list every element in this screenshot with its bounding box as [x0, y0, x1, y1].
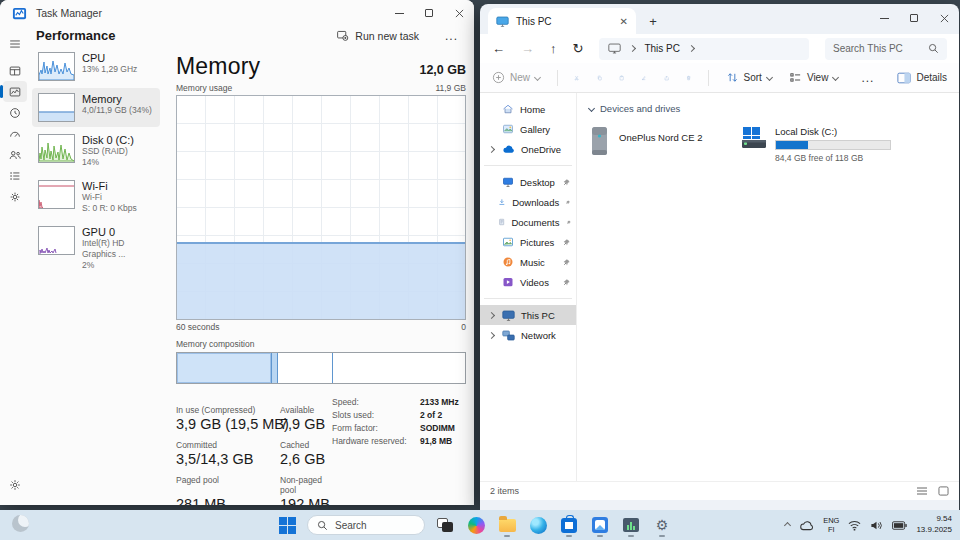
settings-button[interactable]: ⚙ [651, 512, 673, 538]
performance-icon[interactable] [3, 81, 27, 102]
list-item-disk[interactable]: Disk 0 (C:)SSD (RAID)14% [32, 129, 160, 173]
details-pane-button[interactable]: Details [897, 72, 947, 84]
store-button[interactable] [558, 512, 580, 538]
clock[interactable]: 9.54 13.9.2025 [916, 514, 952, 536]
file-explorer-button[interactable] [496, 512, 518, 538]
detail-value: SODIMM [420, 423, 455, 433]
list-item-gpu[interactable]: GPU 0Intel(R) HD Graphics ...2% [32, 221, 160, 276]
explorer-tab-this-pc[interactable]: This PC ✕ [488, 8, 636, 34]
thumbnail-view-icon[interactable] [938, 486, 949, 496]
copilot-button[interactable] [465, 512, 487, 538]
search-input[interactable]: Search This PC [825, 38, 947, 60]
sidebar-item-this-pc[interactable]: This PC [480, 305, 576, 325]
memory-usage-label: Memory usage [176, 83, 232, 93]
delete-icon[interactable] [686, 71, 691, 85]
forward-button[interactable]: → [521, 41, 534, 56]
close-button[interactable] [929, 4, 959, 32]
sidebar-item-gallery[interactable]: Gallery [480, 119, 576, 139]
sidebar-item-documents[interactable]: Documents [480, 212, 576, 232]
breadcrumb[interactable]: This PC [599, 38, 809, 60]
close-button[interactable] [444, 0, 474, 26]
list-item-wifi[interactable]: Wi-FiWi-FiS: 0 R: 0 Kbps [32, 175, 160, 219]
battery-icon[interactable] [892, 521, 907, 530]
memory-usage-graph[interactable] [176, 95, 466, 320]
tray-overflow-icon[interactable] [784, 521, 791, 528]
list-item-cpu[interactable]: CPU13% 1,29 GHz [32, 47, 160, 86]
back-button[interactable]: ← [492, 41, 505, 56]
sidebar-item-downloads[interactable]: Downloads [480, 192, 576, 212]
stat-value: 7,9 GB [280, 416, 330, 432]
edge-button[interactable] [527, 512, 549, 538]
breadcrumb-item[interactable]: This PC [644, 43, 680, 54]
list-item-memory[interactable]: Memory4,0/11,9 GB (34%) [32, 88, 160, 127]
task-manager-titlebar[interactable]: Task Manager [0, 0, 474, 26]
cpu-graph-thumbnail [38, 52, 75, 81]
detail-value: 2 of 2 [420, 410, 442, 420]
sidebar-item-music[interactable]: Music [480, 252, 576, 272]
this-pc-icon [502, 310, 515, 321]
volume-icon[interactable] [870, 520, 883, 531]
sidebar-item-pictures[interactable]: Pictures [480, 232, 576, 252]
more-options-button[interactable]: ... [439, 29, 464, 43]
disk-graph-thumbnail [38, 134, 75, 163]
widgets-button[interactable] [12, 515, 29, 532]
up-button[interactable]: ↑ [550, 41, 557, 56]
new-tab-button[interactable]: + [642, 10, 664, 32]
memory-composition-bar[interactable] [176, 352, 466, 384]
refresh-button[interactable]: ↻ [573, 41, 584, 56]
sidebar-item-desktop[interactable]: Desktop [480, 172, 576, 192]
copy-icon[interactable] [597, 71, 602, 85]
sort-button[interactable]: Sort [726, 71, 772, 84]
app-history-icon[interactable] [3, 102, 27, 123]
processes-icon[interactable] [3, 60, 27, 81]
sidebar-item-home[interactable]: Home [480, 99, 576, 119]
settings-icon[interactable] [3, 474, 27, 495]
new-button[interactable]: New [492, 71, 540, 84]
view-button[interactable]: View [789, 71, 839, 84]
sidebar-item-onedrive[interactable]: OneDrive [480, 139, 576, 159]
collapse-icon [588, 105, 595, 112]
menu-icon[interactable] [3, 33, 27, 54]
pin-icon [566, 218, 572, 227]
photos-button[interactable] [589, 512, 611, 538]
graph-zero-label: 0 [461, 322, 466, 332]
chevron-down-icon [832, 74, 839, 81]
rename-icon[interactable] [641, 71, 646, 85]
startup-apps-icon[interactable] [3, 123, 27, 144]
task-manager-nav-rail [0, 26, 30, 505]
sidebar-item-videos[interactable]: Videos [480, 272, 576, 292]
users-icon[interactable] [3, 144, 27, 165]
wifi-icon[interactable] [848, 520, 861, 531]
details-icon[interactable] [3, 165, 27, 186]
task-manager-button[interactable] [620, 512, 642, 538]
group-header-devices[interactable]: Devices and drives [589, 103, 959, 114]
task-view-button[interactable] [434, 512, 456, 538]
drive-local-disk-c[interactable]: Local Disk (C:) 84,4 GB free of 118 GB [741, 126, 891, 163]
documents-icon [498, 216, 505, 228]
maximize-button[interactable] [899, 4, 929, 32]
start-button[interactable] [276, 512, 298, 538]
share-icon[interactable] [664, 71, 669, 85]
expand-icon[interactable] [487, 311, 494, 318]
cut-icon[interactable] [574, 71, 579, 85]
minimize-button[interactable] [384, 0, 414, 26]
task-manager-icon [623, 518, 639, 532]
expand-icon[interactable] [487, 145, 494, 152]
list-view-icon[interactable] [916, 486, 928, 496]
mem-seg-inuse [177, 353, 272, 383]
paste-icon[interactable] [619, 71, 624, 85]
toolbar-more-button[interactable]: ... [855, 71, 880, 85]
minimize-button[interactable] [869, 4, 899, 32]
device-oneplus[interactable]: OnePlus Nord CE 2 [589, 126, 741, 163]
onedrive-tray-icon[interactable] [799, 520, 814, 531]
detail-value: 2133 MHz [420, 397, 459, 407]
task-manager-window: Task Manager Performance [0, 0, 474, 505]
sidebar-item-network[interactable]: Network [480, 325, 576, 345]
run-new-task-button[interactable]: Run new task [330, 26, 425, 45]
language-indicator[interactable]: ENG FI [823, 516, 839, 534]
taskbar-search[interactable]: Search [307, 515, 425, 535]
expand-icon[interactable] [487, 331, 494, 338]
maximize-button[interactable] [414, 0, 444, 26]
services-icon[interactable] [3, 186, 27, 207]
tab-close-icon[interactable]: ✕ [620, 16, 628, 27]
